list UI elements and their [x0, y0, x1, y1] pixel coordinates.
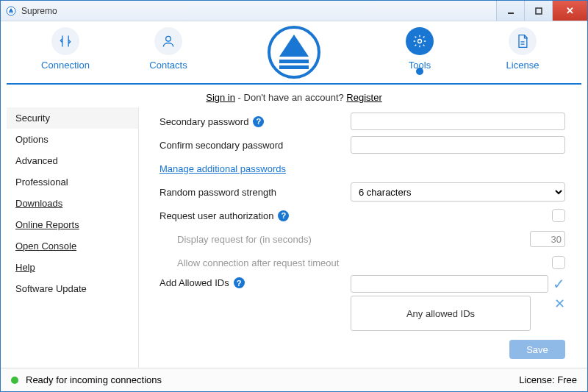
app-window: Supremo ✕ Connection Contacts: [0, 0, 588, 392]
active-tab-indicator: [416, 68, 423, 75]
svg-rect-3: [536, 8, 542, 14]
sidebar: Security Options Advanced Professional D…: [7, 107, 139, 368]
svg-rect-6: [279, 60, 309, 63]
svg-point-4: [166, 36, 171, 41]
help-icon[interactable]: ?: [278, 210, 289, 221]
sidebar-item-open-console[interactable]: Open Console: [7, 235, 138, 257]
confirm-secondary-input[interactable]: [351, 136, 565, 154]
sidebar-item-options[interactable]: Options: [7, 129, 138, 150]
svg-rect-7: [279, 65, 309, 69]
sidebar-item-professional[interactable]: Professional: [7, 171, 138, 193]
register-link[interactable]: Register: [346, 92, 381, 103]
secondary-password-label: Secondary password: [159, 116, 248, 127]
svg-rect-1: [9, 13, 13, 13]
tab-tools[interactable]: Tools: [390, 27, 449, 71]
sidebar-item-security[interactable]: Security: [7, 107, 138, 129]
tab-license[interactable]: License: [493, 27, 552, 71]
manage-additional-link[interactable]: Manage additional passwords: [159, 163, 286, 174]
signin-bar: Sign in - Don't have an account? Registe…: [7, 85, 581, 107]
help-icon[interactable]: ?: [253, 116, 264, 127]
tab-connection[interactable]: Connection: [36, 27, 95, 71]
display-seconds-input[interactable]: [530, 231, 565, 247]
sidebar-item-help[interactable]: Help: [7, 257, 138, 278]
sidebar-item-software-update[interactable]: Software Update: [7, 278, 138, 299]
sidebar-item-downloads[interactable]: Downloads: [7, 193, 138, 214]
allowed-id-input[interactable]: [351, 275, 548, 293]
tab-label: License: [506, 60, 539, 71]
tab-label: Contacts: [149, 60, 187, 71]
app-logo: [266, 24, 322, 83]
statusbar: Ready for incoming connections License: …: [1, 368, 587, 391]
window-title: Supremo: [21, 6, 496, 16]
allowed-ids-list[interactable]: Any allowed IDs: [351, 296, 531, 331]
request-auth-checkbox[interactable]: [552, 209, 565, 222]
display-request-label: Display request for (in seconds): [177, 234, 312, 245]
license-status: License: Free: [519, 374, 577, 385]
body: Security Options Advanced Professional D…: [7, 107, 581, 368]
random-strength-label: Random password strength: [159, 187, 276, 198]
window-buttons: ✕: [496, 1, 587, 21]
sidebar-item-online-reports[interactable]: Online Reports: [7, 214, 138, 235]
allow-after-timeout-label: Allow connection after request timeout: [177, 257, 339, 268]
minimize-button[interactable]: [496, 1, 524, 21]
maximize-button[interactable]: [524, 1, 552, 21]
tab-label: Connection: [41, 60, 90, 71]
tools-icon: [406, 27, 434, 55]
secondary-password-input[interactable]: [351, 113, 565, 130]
content: Connection Contacts Tools: [1, 21, 587, 368]
svg-point-8: [418, 40, 422, 43]
status-indicator-icon: [11, 377, 18, 384]
license-icon: [509, 27, 537, 55]
connection-icon: [51, 27, 79, 55]
titlebar: Supremo ✕: [1, 1, 587, 21]
remove-icon[interactable]: ✕: [554, 296, 565, 312]
help-icon[interactable]: ?: [234, 277, 245, 288]
app-icon: [5, 5, 17, 17]
request-auth-label: Request user authorization: [159, 210, 273, 221]
top-toolbar: Connection Contacts Tools: [7, 21, 581, 85]
tab-contacts[interactable]: Contacts: [139, 27, 198, 71]
sidebar-item-advanced[interactable]: Advanced: [7, 150, 138, 171]
contacts-icon: [154, 27, 182, 55]
signin-link[interactable]: Sign in: [206, 92, 235, 103]
add-allowed-label: Add Allowed IDs: [159, 277, 229, 288]
confirm-secondary-label: Confirm secondary password: [159, 140, 283, 151]
random-strength-select[interactable]: 6 characters: [351, 182, 565, 202]
allow-after-timeout-checkbox[interactable]: [552, 256, 565, 269]
main-panel: Secondary password? Confirm secondary pa…: [139, 107, 581, 368]
status-text: Ready for incoming connections: [26, 374, 162, 385]
svg-rect-2: [508, 13, 514, 14]
save-button[interactable]: Save: [509, 340, 565, 359]
close-button[interactable]: ✕: [552, 1, 587, 21]
confirm-icon[interactable]: ✓: [553, 275, 565, 293]
